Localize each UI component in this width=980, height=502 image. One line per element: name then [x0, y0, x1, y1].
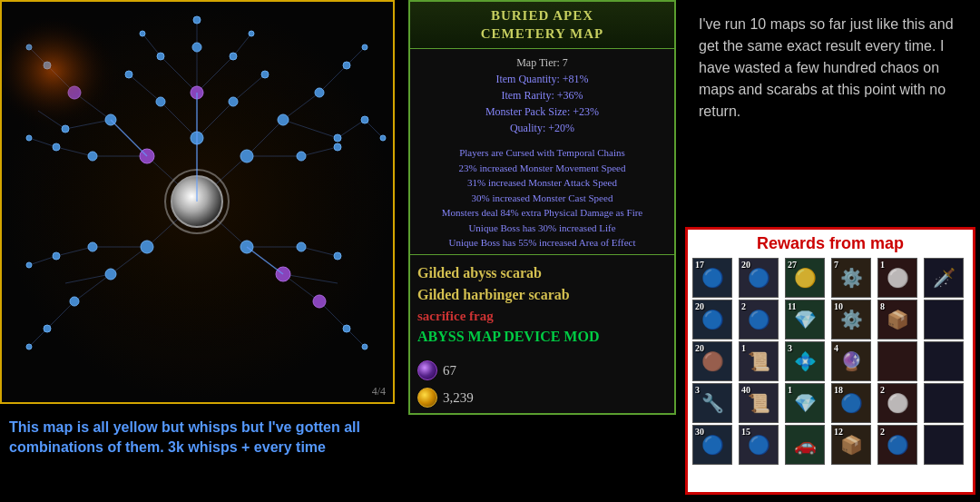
reward-slot: 3🔧	[692, 383, 732, 423]
reward-slot: 18🔵	[831, 383, 871, 423]
svg-point-82	[343, 62, 350, 69]
svg-point-77	[53, 143, 60, 151]
reward-slot: 11💎	[785, 300, 825, 340]
svg-point-88	[334, 134, 341, 142]
reward-slot: 2🔵	[877, 425, 917, 465]
reward-slot: 17🔵	[692, 258, 732, 298]
svg-line-31	[319, 65, 347, 93]
reward-slot: 1⚪	[877, 258, 917, 298]
svg-point-86	[261, 71, 269, 78]
reward-abyss-scarab: Gilded abyss scarab	[417, 262, 667, 284]
chaos-row: 67	[410, 359, 674, 382]
reward-slot: 1📜	[739, 341, 779, 381]
reward-slot: 27🟡	[785, 258, 825, 298]
stat-quality: Quality: +20%	[417, 120, 667, 136]
reward-slot: 20🔵	[692, 300, 732, 340]
svg-point-80	[334, 252, 341, 260]
stat-rarity: Item Rarity: +36%	[417, 87, 667, 103]
svg-point-72	[70, 297, 79, 306]
svg-point-74	[192, 43, 201, 52]
svg-point-94	[249, 31, 254, 36]
reward-slot: 8📦	[877, 300, 917, 340]
item-card: Buried ApexCemetery Map Map Tier: 7 Item…	[408, 0, 676, 415]
reward-slot	[924, 300, 964, 340]
whisper-orb-icon	[417, 388, 437, 408]
svg-point-76	[230, 53, 237, 60]
map-area: 4/4	[0, 0, 395, 404]
reward-sacrifice: sacrifice frag	[417, 306, 667, 327]
map-counter: 4/4	[372, 385, 386, 399]
stat-packsize: Monster Pack Size: +23%	[417, 103, 667, 120]
svg-point-55	[240, 150, 253, 162]
reward-slot: 3💠	[785, 341, 825, 381]
main-description: I've run 10 maps so far just like this a…	[699, 14, 966, 123]
reward-device-mod: ABYSS MAP DEVICE MOD	[417, 326, 667, 348]
reward-slot: 30🔵	[692, 425, 732, 465]
item-header: Buried ApexCemetery Map	[410, 2, 674, 49]
svg-point-75	[157, 53, 164, 60]
mod-line-6: Unique Boss has 30% increased Life	[417, 221, 667, 236]
stat-tier: Map Tier: 7	[417, 54, 667, 71]
svg-point-93	[140, 31, 145, 36]
svg-point-68	[156, 97, 165, 106]
svg-point-57	[141, 241, 153, 253]
item-title: Buried ApexCemetery Map	[414, 7, 671, 43]
svg-point-64	[297, 152, 306, 161]
svg-point-89	[26, 135, 32, 141]
reward-slot: 15🔵	[739, 425, 779, 465]
svg-point-84	[343, 325, 350, 332]
svg-point-65	[88, 242, 97, 251]
svg-point-61	[105, 269, 116, 280]
reward-slot: 12📦	[831, 425, 871, 465]
mod-line-1: Players are Cursed with Temporal Chains	[417, 145, 667, 161]
svg-point-85	[125, 71, 132, 78]
item-stats: Map Tier: 7 Item Quantity: +81% Item Rar…	[410, 49, 674, 142]
reward-slot: 🚗	[785, 425, 825, 465]
reward-slot: 2⚪	[877, 383, 917, 423]
svg-point-69	[229, 97, 238, 106]
reward-slot: 1💎	[785, 383, 825, 423]
reward-slot: 2🔵	[739, 300, 779, 340]
svg-point-83	[44, 325, 51, 332]
mod-line-5: Monsters deal 84% extra Physical Damage …	[417, 205, 667, 221]
reward-slot	[924, 425, 964, 465]
rewards-box: Rewards from map 17🔵20🔵27🟡7⚙️1⚪🗡️20🔵2🔵11…	[685, 227, 975, 495]
rewards-title: Rewards from map	[692, 234, 968, 253]
svg-point-91	[26, 262, 32, 268]
chaos-orb-icon	[417, 360, 437, 380]
svg-point-79	[53, 252, 60, 260]
reward-slot: 40📜	[739, 383, 779, 423]
svg-point-98	[26, 344, 32, 349]
mod-line-4: 30% increased Monster Cast Speed	[417, 191, 667, 206]
chaos-value: 67	[443, 363, 456, 379]
reward-slot	[924, 383, 964, 423]
whisper-value: 3,239	[443, 390, 474, 406]
item-rewards-section: Gilded abyss scarab Gilded harbinger sca…	[410, 254, 674, 356]
bottom-text: This map is all yellow but whisps but I'…	[9, 418, 399, 458]
svg-point-66	[297, 242, 306, 251]
svg-point-97	[362, 344, 368, 349]
map-svg	[2, 2, 395, 404]
mod-line-2: 23% increased Monster Movement Speed	[417, 161, 667, 176]
svg-point-92	[193, 16, 201, 24]
item-mods: Players are Cursed with Temporal Chains …	[410, 142, 674, 254]
svg-point-90	[361, 116, 368, 123]
rewards-grid: 17🔵20🔵27🟡7⚙️1⚪🗡️20🔵2🔵11💎10⚙️8📦20🟤1📜3💠4🔮3…	[692, 258, 968, 465]
svg-point-60	[278, 114, 289, 125]
svg-point-87	[62, 125, 69, 133]
reward-slot: 20🔵	[739, 258, 779, 298]
svg-point-71	[315, 88, 324, 97]
svg-point-103	[313, 295, 326, 308]
reward-slot: 4🔮	[831, 341, 871, 381]
whisper-row: 3,239	[410, 386, 674, 409]
reward-slot: 7⚙️	[831, 258, 871, 298]
reward-slot: 10⚙️	[831, 300, 871, 340]
reward-slot	[877, 341, 917, 381]
reward-slot	[924, 341, 964, 381]
stat-quantity: Item Quantity: +81%	[417, 71, 667, 87]
reward-harbinger-scarab: Gilded harbinger scarab	[417, 284, 667, 306]
svg-point-78	[334, 143, 341, 151]
right-text-area: I've run 10 maps so far just like this a…	[690, 0, 975, 136]
svg-point-63	[88, 152, 97, 161]
svg-point-99	[380, 135, 386, 141]
